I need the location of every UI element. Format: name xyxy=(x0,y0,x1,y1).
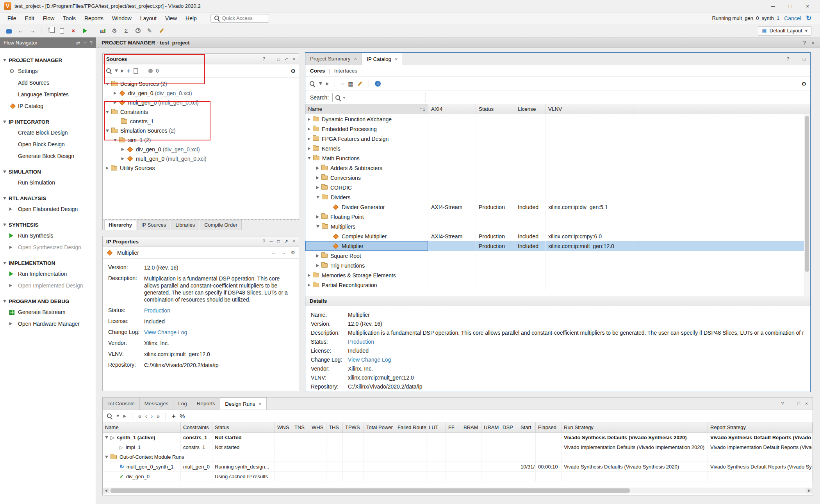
expand-all-icon[interactable] xyxy=(121,69,124,73)
collapse-all-icon[interactable] xyxy=(116,415,119,417)
sources-tab-ip-sources[interactable]: IP Sources xyxy=(137,220,170,230)
redo-button[interactable]: → xyxy=(27,26,37,36)
help-icon[interactable]: ? xyxy=(262,239,265,244)
flow-section-program-and-debug[interactable]: PROGRAM AND DEBUG xyxy=(0,296,96,306)
minimize-icon[interactable]: ─ xyxy=(789,401,792,406)
catalog-column-license[interactable]: License xyxy=(515,104,545,114)
flow-item-create-block-design[interactable]: Create Block Design xyxy=(0,127,96,138)
close-view-icon[interactable]: × xyxy=(811,40,815,46)
first-run-icon[interactable]: « xyxy=(138,413,141,419)
maximize-icon[interactable]: □ xyxy=(803,56,806,62)
minimize-button[interactable]: ─ xyxy=(765,0,782,12)
expander-down-icon[interactable] xyxy=(3,224,6,226)
catalog-row-floating-point[interactable]: Floating Point xyxy=(305,212,810,222)
maximize-button[interactable]: □ xyxy=(782,0,799,12)
runs-column-dsp[interactable]: DSP xyxy=(500,422,518,432)
source-item-simulation-sources[interactable]: Simulation Sources(2) xyxy=(103,126,299,135)
menu-layout[interactable]: Layout xyxy=(136,14,161,23)
runs-column-total-power[interactable]: Total Power xyxy=(364,422,395,432)
scrollbar-thumb[interactable] xyxy=(111,488,630,493)
runs-column-run-strategy[interactable]: Run Strategy xyxy=(562,422,708,432)
expander-right-icon[interactable] xyxy=(9,322,12,325)
catalog-row-fpga-features-and-design[interactable]: FPGA Features and Design xyxy=(305,134,810,144)
catalog-column-axi4[interactable]: AXI4 xyxy=(428,104,476,114)
minimize-icon[interactable]: ─ xyxy=(269,239,273,244)
minimize-icon[interactable]: ─ xyxy=(269,56,273,62)
collapse-all-icon[interactable] xyxy=(115,69,118,72)
expander-right-icon[interactable] xyxy=(308,147,310,150)
launch-run-icon[interactable]: › xyxy=(151,413,153,419)
panel-menu-icon[interactable]: ≡ xyxy=(84,40,86,46)
flow-item-run-synthesis[interactable]: Run Synthesis xyxy=(0,230,96,241)
expander-down-icon[interactable] xyxy=(316,225,319,228)
runs-column-wns[interactable]: WNS xyxy=(275,422,292,432)
expander-right-icon[interactable] xyxy=(308,284,310,287)
search-icon[interactable] xyxy=(309,81,315,87)
catalog-row-conversions[interactable]: Conversions xyxy=(305,173,810,183)
tab-log[interactable]: Log xyxy=(173,398,192,410)
expander-right-icon[interactable] xyxy=(316,215,319,218)
source-item-sim-1[interactable]: sim_1(2) xyxy=(103,135,299,145)
tab-close-icon[interactable]: × xyxy=(395,56,398,62)
catalog-row-partial-reconfiguration[interactable]: Partial Reconfiguration xyxy=(305,280,810,290)
horizontal-scrollbar[interactable] xyxy=(103,488,812,493)
catalog-row-multipliers[interactable]: Multipliers xyxy=(305,222,810,231)
search-icon[interactable] xyxy=(107,413,112,419)
subtab-interfaces[interactable]: Interfaces xyxy=(334,68,357,74)
reports-button[interactable] xyxy=(98,26,108,36)
runs-column-name[interactable]: Name xyxy=(103,422,181,432)
file-icon[interactable] xyxy=(134,68,138,74)
flow-item-run-simulation[interactable]: Run Simulation xyxy=(0,177,96,188)
expand-all-icon[interactable] xyxy=(123,415,126,418)
expander-right-icon[interactable] xyxy=(316,167,319,170)
runs-column-report-strategy[interactable]: Report Strategy xyxy=(708,422,813,432)
menu-edit[interactable]: Edit xyxy=(21,14,39,23)
expander-down-icon[interactable] xyxy=(105,436,108,439)
expander-down-icon[interactable] xyxy=(106,130,109,132)
expander-right-icon[interactable] xyxy=(9,208,12,211)
menu-window[interactable]: Window xyxy=(108,14,136,23)
flow-item-generate-bitstream[interactable]: Generate Bitstream xyxy=(0,306,96,318)
expander-right-icon[interactable] xyxy=(316,176,319,179)
group-by-taxonomy-icon[interactable]: ≡ xyxy=(341,81,344,87)
catalog-search-input[interactable]: ▾ xyxy=(332,93,426,102)
flow-item-language-templates[interactable]: Language Templates xyxy=(0,89,96,100)
runs-column-whs[interactable]: WHS xyxy=(309,422,326,432)
add-sources-icon[interactable]: + xyxy=(127,67,130,75)
cancel-link[interactable]: Cancel xyxy=(784,15,801,21)
expander-right-icon[interactable] xyxy=(308,137,310,140)
quick-access-box[interactable]: Quick Access xyxy=(210,14,269,23)
runs-column-failed-routes[interactable]: Failed Routes xyxy=(395,422,426,432)
expander-down-icon[interactable] xyxy=(114,139,117,142)
flow-item-open-block-design[interactable]: Open Block Design xyxy=(0,138,96,150)
expander-right-icon[interactable] xyxy=(308,118,310,121)
vertical-scrollbar[interactable] xyxy=(804,114,810,296)
tab-reports[interactable]: Reports xyxy=(192,398,220,410)
close-icon[interactable]: × xyxy=(292,239,295,244)
source-item-constraints[interactable]: Constraints xyxy=(103,107,299,117)
help-icon[interactable]: ? xyxy=(781,401,784,406)
expander-down-icon[interactable] xyxy=(3,170,6,173)
expander-right-icon[interactable] xyxy=(106,167,109,170)
flow-item-generate-block-design[interactable]: Generate Block Design xyxy=(0,150,96,162)
runs-column-tns[interactable]: TNS xyxy=(292,422,309,432)
minimize-icon[interactable]: ─ xyxy=(794,56,798,62)
expander-down-icon[interactable] xyxy=(308,157,311,160)
expander-down-icon[interactable] xyxy=(106,83,109,85)
expander-down-icon[interactable] xyxy=(3,300,6,303)
paste-button[interactable] xyxy=(57,26,67,36)
sources-tab-libraries[interactable]: Libraries xyxy=(171,220,199,230)
run-row-out-of-context-module-runs[interactable]: Out-of-Context Module Runs xyxy=(103,452,813,462)
expand-all-icon[interactable] xyxy=(326,82,329,85)
flow-section-simulation[interactable]: SIMULATION xyxy=(0,167,96,177)
catalog-settings-icon[interactable]: ⚙ xyxy=(801,81,806,87)
catalog-row-trig-functions[interactable]: Trig Functions xyxy=(305,261,810,270)
catalog-row-memories-storage-elements[interactable]: Memories & Storage Elements xyxy=(305,270,810,280)
catalog-row-complex-multiplier[interactable]: Complex MultiplierAXI4-StreamProductionI… xyxy=(305,231,810,241)
catalog-row-adders-subtracters[interactable]: Adders & Subtracters xyxy=(305,163,810,173)
expander-right-icon[interactable] xyxy=(114,92,116,95)
clock-button[interactable] xyxy=(133,26,143,36)
detail-value-link[interactable]: View Change Log xyxy=(348,357,804,363)
expander-right-icon[interactable] xyxy=(9,246,12,249)
flow-section-ip-integrator[interactable]: IP INTEGRATOR xyxy=(0,117,96,127)
